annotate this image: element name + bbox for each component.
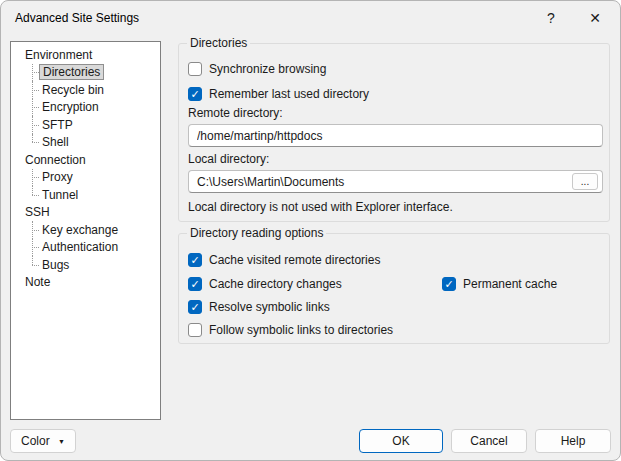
titlebar: Advanced Site Settings ? ✕ [1, 1, 620, 37]
chevron-down-icon: ▼ [58, 438, 65, 445]
help-button[interactable]: Help [535, 429, 611, 453]
tree-item-label: Connection [22, 153, 89, 167]
tree-connector-line [32, 81, 39, 99]
resolve-symbolic-links-checkbox[interactable]: ✓ [188, 300, 202, 314]
tree-item-directories[interactable]: Directories [11, 64, 160, 82]
follow-symbolic-links-label: Follow symbolic links to directories [209, 323, 393, 337]
remote-directory-value: /home/martinp/httpdocs [197, 129, 594, 143]
checkbox-row-cache-visited: ✓ Cache visited remote directories [188, 252, 380, 268]
tree-item-encryption[interactable]: Encryption [11, 99, 160, 117]
dialog-title: Advanced Site Settings [15, 11, 139, 25]
tree-item-note[interactable]: Note [11, 274, 160, 292]
group-directories-title: Directories [187, 36, 250, 50]
checkbox-row-synchronize-browsing: ✓ Synchronize browsing [188, 61, 326, 77]
tree-item-label: Encryption [39, 100, 102, 114]
tree-item-label: Authentication [39, 240, 121, 254]
color-dropdown-button[interactable]: Color ▼ [10, 429, 76, 453]
tree-item-label: Note [22, 275, 53, 289]
tree-connector-line [32, 116, 39, 134]
follow-symbolic-links-checkbox[interactable]: ✓ [188, 323, 202, 337]
tree-connector-line [32, 256, 39, 274]
tree-item-tunnel[interactable]: Tunnel [11, 186, 160, 204]
checkbox-row-resolve-links: ✓ Resolve symbolic links [188, 299, 330, 315]
advanced-site-settings-dialog: Advanced Site Settings ? ✕ EnvironmentDi… [0, 0, 621, 461]
remote-directory-input[interactable]: /home/martinp/httpdocs [188, 124, 603, 147]
group-reading-title: Directory reading options [187, 226, 326, 240]
tree-item-label: SSH [22, 205, 53, 219]
browse-local-directory-button[interactable]: ... [572, 173, 598, 190]
tree-item-label: Shell [39, 135, 72, 149]
tree-item-label: SFTP [39, 118, 76, 132]
permanent-cache-label: Permanent cache [463, 277, 557, 291]
resolve-symbolic-links-label: Resolve symbolic links [209, 300, 330, 314]
tree-item-label: Bugs [39, 258, 72, 272]
checkbox-row-remember-last: ✓ Remember last used directory [188, 86, 369, 102]
checkbox-row-cache-changes: ✓ Cache directory changes [188, 276, 342, 292]
checkbox-row-permanent-cache: ✓ Permanent cache [442, 276, 557, 292]
cache-visited-checkbox[interactable]: ✓ [188, 253, 202, 267]
tree-connector-line [32, 134, 39, 152]
help-icon[interactable]: ? [530, 1, 572, 35]
remember-last-directory-label: Remember last used directory [209, 87, 369, 101]
tree-item-label: Tunnel [39, 188, 81, 202]
cache-visited-label: Cache visited remote directories [209, 253, 380, 267]
close-icon[interactable]: ✕ [574, 1, 616, 35]
tree-connector-line [32, 221, 39, 239]
tree-connector-line [32, 169, 39, 187]
permanent-cache-checkbox[interactable]: ✓ [442, 277, 456, 291]
group-directory-reading-options: Directory reading options ✓ Cache visite… [178, 233, 610, 344]
local-directory-value: C:\Users\Martin\Documents [197, 175, 572, 189]
tree-item-connection[interactable]: Connection [11, 151, 160, 169]
group-directories: Directories ✓ Synchronize browsing ✓ Rem… [178, 43, 610, 222]
tree-connector-line [32, 64, 39, 82]
remote-directory-label: Remote directory: [188, 106, 283, 120]
local-directory-input[interactable]: C:\Users\Martin\Documents ... [188, 170, 603, 193]
cancel-button[interactable]: Cancel [451, 429, 527, 453]
tree-item-shell[interactable]: Shell [11, 134, 160, 152]
remember-last-directory-checkbox[interactable]: ✓ [188, 87, 202, 101]
settings-tree: EnvironmentDirectoriesRecycle binEncrypt… [10, 41, 161, 420]
tree-connector-line [32, 239, 39, 257]
checkbox-row-follow-links: ✓ Follow symbolic links to directories [188, 322, 393, 338]
tree-item-label: Key exchange [39, 223, 121, 237]
synchronize-browsing-label: Synchronize browsing [209, 62, 326, 76]
tree-item-label: Directories [39, 64, 104, 80]
tree-item-label: Recycle bin [39, 83, 107, 97]
tree-item-proxy[interactable]: Proxy [11, 169, 160, 187]
tree-item-label: Environment [22, 48, 95, 62]
synchronize-browsing-checkbox[interactable]: ✓ [188, 62, 202, 76]
color-button-label: Color [21, 434, 50, 448]
tree-connector-line [32, 99, 39, 117]
explorer-interface-note: Local directory is not used with Explore… [188, 200, 453, 214]
tree-item-label: Proxy [39, 170, 76, 184]
tree-item-sftp[interactable]: SFTP [11, 116, 160, 134]
ok-button[interactable]: OK [359, 429, 443, 453]
tree-item-key-exchange[interactable]: Key exchange [11, 221, 160, 239]
cache-directory-changes-checkbox[interactable]: ✓ [188, 277, 202, 291]
local-directory-label: Local directory: [188, 152, 269, 166]
cache-directory-changes-label: Cache directory changes [209, 277, 342, 291]
tree-item-recycle-bin[interactable]: Recycle bin [11, 81, 160, 99]
tree-item-bugs[interactable]: Bugs [11, 256, 160, 274]
tree-item-environment[interactable]: Environment [11, 46, 160, 64]
tree-item-ssh[interactable]: SSH [11, 204, 160, 222]
tree-item-authentication[interactable]: Authentication [11, 239, 160, 257]
tree-connector-line [32, 186, 39, 204]
